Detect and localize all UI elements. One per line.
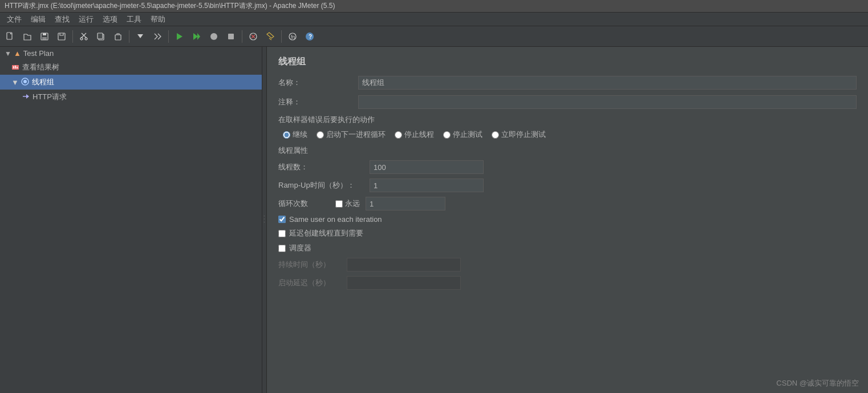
separator-1 [72, 30, 73, 43]
duration-label: 持续时间（秒） [278, 260, 347, 270]
comment-row: 注释： [278, 95, 857, 109]
menu-find[interactable]: 查找 [50, 13, 74, 26]
thread-props-title: 线程属性 [278, 145, 857, 156]
radio-start-next-loop[interactable] [317, 131, 324, 139]
cut-button[interactable] [76, 29, 92, 44]
loop-forever-text: 永远 [345, 198, 360, 209]
loop-count-row: 循环次数 永远 [278, 197, 857, 210]
copy-button[interactable] [93, 29, 109, 44]
radio-stop-test-now-label[interactable]: 立即停止测试 [492, 129, 546, 140]
title-text: HTTP请求.jmx (E:\tool\jmeter\apache-jmeter… [5, 1, 335, 11]
tree-item-thread-group[interactable]: ▼ 线程组 [0, 75, 262, 90]
radio-stop-test-text: 停止测试 [453, 129, 482, 140]
thread-group-label: 线程组 [32, 77, 54, 87]
delay-thread-checkbox[interactable] [278, 230, 286, 237]
view-results-label: 查看结果树 [22, 62, 59, 72]
svg-point-6 [85, 38, 87, 40]
ramp-up-label: Ramp-Up时间（秒）： [278, 180, 370, 191]
svg-rect-24 [17, 67, 18, 68]
radio-continue-text: 继续 [293, 129, 307, 140]
run-no-pause-button[interactable] [189, 29, 205, 44]
separator-2 [129, 30, 129, 43]
resize-handle[interactable]: ··· [262, 47, 267, 393]
title-bar: HTTP请求.jmx (E:\tool\jmeter\apache-jmeter… [0, 0, 868, 13]
loop-count-input[interactable] [366, 197, 445, 210]
ramp-up-input[interactable] [370, 179, 484, 192]
save-button[interactable] [36, 29, 52, 44]
duration-input[interactable] [347, 258, 461, 272]
menu-run[interactable]: 运行 [74, 13, 98, 26]
name-row: 名称： [278, 76, 857, 90]
thread-group-icon [21, 78, 29, 87]
radio-stop-test-label[interactable]: 停止测试 [443, 129, 482, 140]
radio-continue-label[interactable]: 继续 [283, 129, 307, 140]
svg-point-5 [80, 38, 83, 40]
tree-panel: ▼ ▲ Test Plan 查看结果树 ▼ 线程组 HTTP请求 [0, 47, 262, 393]
menu-help[interactable]: 帮助 [146, 13, 170, 26]
radio-stop-test[interactable] [443, 131, 451, 139]
toolbar: fn ? [0, 26, 868, 47]
same-user-checkbox[interactable] [278, 216, 286, 223]
function-helper-button[interactable]: fn [285, 29, 301, 44]
name-input[interactable] [358, 76, 857, 90]
menu-options[interactable]: 选项 [98, 13, 122, 26]
collapse-button[interactable] [149, 29, 165, 44]
run-button[interactable] [172, 29, 188, 44]
radio-stop-thread[interactable] [395, 131, 402, 139]
svg-rect-8 [98, 33, 103, 39]
thread-count-input[interactable] [370, 160, 484, 174]
scheduler-checkbox[interactable] [278, 245, 286, 252]
error-action-title: 在取样器错误后要执行的动作 [278, 115, 857, 125]
new-button[interactable] [2, 29, 18, 44]
radio-stop-test-now[interactable] [492, 131, 499, 139]
expand-button[interactable] [132, 29, 148, 44]
delay-thread-label: 延迟创建线程直到需要 [289, 228, 363, 238]
view-results-icon [11, 63, 19, 72]
expand-icon-thread: ▼ [11, 78, 19, 87]
loop-forever-label-el[interactable]: 永远 [335, 198, 360, 209]
ramp-up-row: Ramp-Up时间（秒）： [278, 179, 857, 192]
tree-item-test-plan[interactable]: ▼ ▲ Test Plan [0, 47, 262, 60]
same-user-label: Same user on each iteration [289, 215, 382, 224]
scheduler-row: 调度器 [278, 243, 857, 253]
http-request-icon [22, 92, 30, 102]
radio-stop-test-now-text: 立即停止测试 [501, 129, 546, 140]
menu-bar: 文件 编辑 查找 运行 选项 工具 帮助 [0, 13, 868, 26]
svg-rect-2 [43, 33, 46, 35]
menu-file[interactable]: 文件 [2, 13, 26, 26]
comment-input[interactable] [358, 95, 857, 109]
tree-item-view-results[interactable]: 查看结果树 [0, 60, 262, 75]
panel-title: 线程组 [278, 56, 857, 68]
shutdown-button[interactable] [223, 29, 239, 44]
stop-button[interactable] [206, 29, 222, 44]
svg-rect-15 [228, 34, 234, 39]
svg-text:fn: fn [291, 34, 295, 40]
radio-start-next-loop-text: 启动下一进程循环 [326, 129, 386, 140]
menu-tools[interactable]: 工具 [122, 13, 146, 26]
thread-count-label: 线程数： [278, 162, 370, 172]
paste-button[interactable] [110, 29, 126, 44]
separator-5 [281, 30, 282, 43]
clear-button[interactable] [245, 29, 261, 44]
http-request-label: HTTP请求 [33, 92, 67, 102]
loop-forever-checkbox[interactable] [335, 200, 343, 208]
name-label: 名称： [278, 78, 358, 88]
startup-delay-input[interactable] [347, 276, 461, 290]
radio-continue[interactable] [283, 131, 290, 139]
save-as-button[interactable] [54, 29, 70, 44]
svg-point-14 [210, 33, 217, 40]
help-button[interactable]: ? [302, 29, 318, 44]
content-panel: 线程组 名称： 注释： 在取样器错误后要执行的动作 继续 启动下一进程循环 [267, 47, 868, 393]
svg-point-26 [23, 80, 27, 83]
thread-count-row: 线程数： [278, 160, 857, 174]
separator-3 [168, 30, 169, 43]
comment-label: 注释： [278, 97, 358, 107]
delay-thread-row: 延迟创建线程直到需要 [278, 228, 857, 238]
radio-start-next-loop-label[interactable]: 启动下一进程循环 [317, 129, 386, 140]
error-action-radio-group: 继续 启动下一进程循环 停止线程 停止测试 立即停止测试 [278, 129, 857, 140]
open-button[interactable] [19, 29, 35, 44]
clear-all-button[interactable] [262, 29, 278, 44]
tree-item-http-request[interactable]: HTTP请求 [0, 90, 262, 104]
menu-edit[interactable]: 编辑 [26, 13, 50, 26]
radio-stop-thread-label[interactable]: 停止线程 [395, 129, 434, 140]
